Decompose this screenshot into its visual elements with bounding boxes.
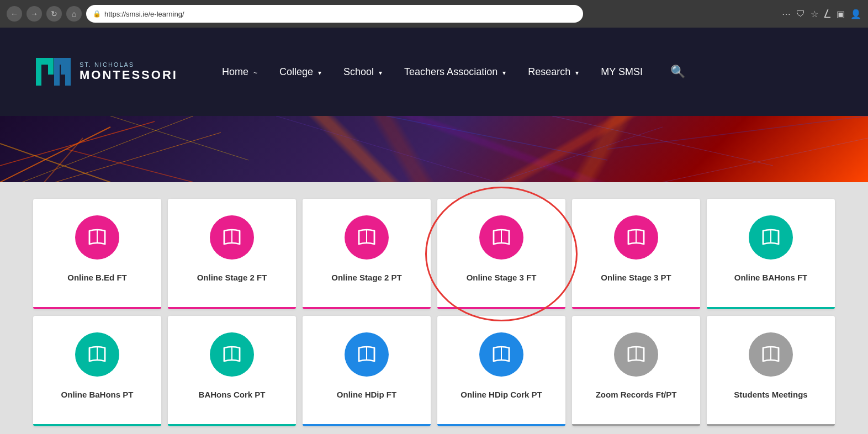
nav-label-mysmsi: MY SMSI [601,66,643,77]
card-underline-online-bahons-ft [707,307,835,309]
logo-subtitle: ST. NICHOLAS [80,61,178,68]
card-label-online-bahons-ft: Online BAHons FT [734,273,808,291]
card-icon-online-stage2-ft [210,215,254,260]
card-icon-online-bed-ft [75,215,119,260]
card-icon-online-stage3-pt [614,215,658,260]
nav-link-teachers[interactable]: Teachers Association ▾ [404,66,506,77]
card-online-stage2-pt[interactable]: Online Stage 2 PT [303,199,431,309]
cards-row-2: Online BaHons PT BAHons Cork PT Online H… [33,316,835,426]
card-wrapper-online-bed-ft: Online B.Ed FT [33,199,161,309]
nav-item-mysmsi[interactable]: MY SMSI [601,66,643,78]
card-wrapper-online-hdip-ft: Online HDip FT [303,316,431,426]
card-underline-online-bahons-pt [33,424,161,426]
nav-arrow-home: ~ [253,69,257,77]
bookmark-icon[interactable]: ☆ [811,9,818,19]
card-underline-bahons-cork-pt [168,424,296,426]
cards-section: Online B.Ed FT Online Stage 2 FT Online … [0,182,868,434]
back-button[interactable]: ← [7,6,22,22]
nav-label-research: Research [528,66,570,77]
url-text: https://smsi.ie/e-learning/ [104,10,184,18]
card-underline-zoom-records-ftpt [572,424,700,426]
card-icon-bahons-cork-pt [210,332,254,377]
card-icon-students-meetings [749,332,793,377]
forward-button[interactable]: → [27,6,42,22]
svg-line-13 [110,116,248,160]
card-students-meetings[interactable]: Students Meetings [707,316,835,426]
svg-line-9 [22,116,193,182]
card-wrapper-online-bahons-pt: Online BaHons PT [33,316,161,426]
cards-row-1: Online B.Ed FT Online Stage 2 FT Online … [33,199,835,309]
card-wrapper-online-stage2-pt: Online Stage 2 PT [303,199,431,309]
address-bar[interactable]: 🔒 https://smsi.ie/e-learning/ [86,5,583,23]
nav-label-home: Home [222,66,248,77]
card-online-stage3-pt[interactable]: Online Stage 3 PT [572,199,700,309]
logo[interactable]: ST. NICHOLAS MONTESSORI [33,52,178,91]
card-online-hdip-cork-pt[interactable]: Online HDip Cork PT [437,316,565,426]
nav-item-college[interactable]: College ▾ [279,66,321,78]
svg-line-14 [0,144,110,182]
card-underline-online-stage2-ft [168,307,296,309]
card-zoom-records-ftpt[interactable]: Zoom Records Ft/PT [572,316,700,426]
card-icon-online-stage2-pt [345,215,389,260]
card-online-stage3-ft[interactable]: Online Stage 3 FT [437,199,565,309]
nav-link-college[interactable]: College ▾ [279,66,321,77]
nav-link-school[interactable]: School ▾ [343,66,382,77]
tab-icon: ▣ [837,9,845,19]
svg-line-18 [552,116,773,166]
card-icon-online-stage3-ft [479,215,523,260]
card-bahons-cork-pt[interactable]: BAHons Cork PT [168,316,296,426]
card-online-bed-ft[interactable]: Online B.Ed FT [33,199,161,309]
card-underline-online-hdip-cork-pt [437,424,565,426]
card-online-stage2-ft[interactable]: Online Stage 2 FT [168,199,296,309]
security-icon: 🔒 [93,10,101,18]
svg-rect-6 [61,58,66,75]
nav-arrow-research: ▾ [575,69,579,77]
card-underline-online-bed-ft [33,307,161,309]
nav-label-teachers: Teachers Association [404,66,497,77]
nav-arrow-school: ▾ [379,69,382,77]
search-icon[interactable]: 🔍 [670,65,685,78]
logo-text: ST. NICHOLAS MONTESSORI [80,61,178,82]
nav-label-college: College [279,66,313,77]
hero-banner [0,116,868,182]
card-wrapper-online-stage2-ft: Online Stage 2 FT [168,199,296,309]
card-icon-online-bahons-ft [749,215,793,260]
card-underline-online-stage3-pt [572,307,700,309]
card-wrapper-students-meetings: Students Meetings [707,316,835,426]
card-label-online-stage3-pt: Online Stage 3 PT [601,273,671,291]
card-label-online-stage2-ft: Online Stage 2 FT [197,273,267,291]
card-wrapper-online-bahons-ft: Online BAHons FT [707,199,835,309]
nav-link-research[interactable]: Research ▾ [528,66,579,77]
nav-item-research[interactable]: Research ▾ [528,66,579,78]
card-wrapper-bahons-cork-pt: BAHons Cork PT [168,316,296,426]
card-icon-online-bahons-pt [75,332,119,377]
nav-item-home[interactable]: Home ~ [222,66,257,78]
card-label-online-bahons-pt: Online BaHons PT [61,390,134,408]
refresh-button[interactable]: ↻ [46,6,62,22]
card-wrapper-online-hdip-cork-pt: Online HDip Cork PT [437,316,565,426]
main-nav: Home ~ College ▾ School ▾ Teachers Assoc… [222,65,685,79]
card-online-bahons-pt[interactable]: Online BaHons PT [33,316,161,426]
nav-arrow-teachers: ▾ [502,69,506,77]
card-label-online-stage3-ft: Online Stage 3 FT [467,273,537,291]
card-online-bahons-ft[interactable]: Online BAHons FT [707,199,835,309]
nav-link-home[interactable]: Home ~ [222,66,257,77]
card-wrapper-zoom-records-ftpt: Zoom Records Ft/PT [572,316,700,426]
nav-search[interactable]: 🔍 [665,65,685,79]
svg-line-20 [663,138,868,182]
nav-item-teachers[interactable]: Teachers Association ▾ [404,66,506,78]
menu-dots-icon[interactable]: ⋯ [782,9,791,19]
nav-link-mysmsi[interactable]: MY SMSI [601,66,643,77]
hero-graphic [0,116,868,182]
home-button[interactable]: ⌂ [66,6,82,22]
card-icon-online-hdip-ft [345,332,389,377]
site-header: ST. NICHOLAS MONTESSORI Home ~ College ▾… [0,28,868,116]
card-underline-online-stage2-pt [303,307,431,309]
card-label-online-hdip-cork-pt: Online HDip Cork PT [461,390,542,408]
profile-icon[interactable]: 👤 [850,9,861,19]
card-online-hdip-ft[interactable]: Online HDip FT [303,316,431,426]
shield-icon: 🛡 [796,9,805,19]
nav-item-school[interactable]: School ▾ [343,66,382,78]
card-label-students-meetings: Students Meetings [734,390,807,408]
card-label-online-hdip-ft: Online HDip FT [337,390,396,408]
